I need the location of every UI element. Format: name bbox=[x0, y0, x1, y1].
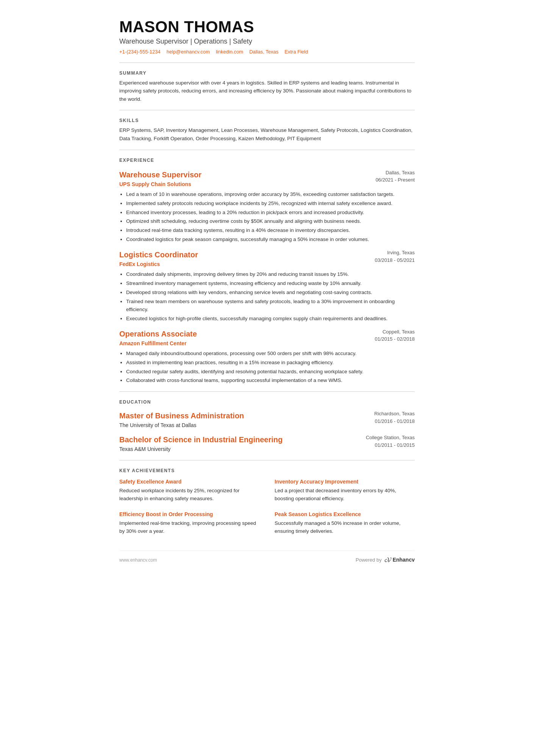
degree-1-location: Richardson, Texas bbox=[374, 410, 415, 418]
job-3-meta: Coppell, Texas 01/2015 - 02/2018 bbox=[375, 328, 415, 343]
degree-1-meta: Richardson, Texas 01/2016 - 01/2018 bbox=[367, 410, 415, 425]
education-divider bbox=[119, 460, 415, 460]
job-3-company: Amazon Fulfillment Center bbox=[119, 340, 197, 347]
header: MASON THOMAS Warehouse Supervisor | Oper… bbox=[119, 18, 415, 56]
job-3-dates: 01/2015 - 02/2018 bbox=[375, 335, 415, 343]
header-divider bbox=[119, 63, 415, 63]
experience-divider bbox=[119, 391, 415, 392]
degree-2-dates: 01/2011 - 01/2015 bbox=[358, 441, 415, 449]
list-item: Conducted regular safety audits, identif… bbox=[126, 368, 415, 376]
summary-text: Experienced warehouse supervisor with ov… bbox=[119, 79, 415, 103]
summary-label: SUMMARY bbox=[119, 70, 415, 77]
job-1-company: UPS Supply Chain Solutions bbox=[119, 180, 201, 188]
job-1-title: Warehouse Supervisor bbox=[119, 169, 201, 180]
job-3-bullets: Managed daily inbound/outbound operation… bbox=[119, 350, 415, 385]
degree-1-dates: 01/2016 - 01/2018 bbox=[367, 418, 415, 425]
list-item: Developed strong relations with key vend… bbox=[126, 289, 415, 297]
achievements-grid: Safety Excellence Award Reduced workplac… bbox=[119, 478, 415, 535]
summary-divider bbox=[119, 110, 415, 110]
achievements-section: KEY ACHIEVEMENTS Safety Excellence Award… bbox=[119, 467, 415, 535]
job-1-bullets: Led a team of 10 in warehouse operations… bbox=[119, 191, 415, 244]
job-2-title-company: Logistics Coordinator FedEx Logistics bbox=[119, 249, 198, 268]
degree-2-header: Bachelor of Science in Industrial Engine… bbox=[119, 434, 415, 453]
job-2-company: FedEx Logistics bbox=[119, 260, 198, 268]
list-item: Executed logistics for high-profile clie… bbox=[126, 315, 415, 323]
list-item: Implemented safety protocols reducing wo… bbox=[126, 200, 415, 208]
job-1-dates: 06/2021 - Present bbox=[376, 176, 415, 184]
job-2-header: Logistics Coordinator FedEx Logistics Ir… bbox=[119, 249, 415, 268]
achievement-4-desc: Successfully managed a 50% increase in o… bbox=[275, 520, 415, 535]
experience-section: EXPERIENCE Warehouse Supervisor UPS Supp… bbox=[119, 157, 415, 385]
logo-icon: 𝓬𝓥 bbox=[384, 555, 391, 565]
job-2-meta: Irving, Texas 03/2018 - 05/2021 bbox=[375, 249, 415, 264]
degree-2-location: College Station, Texas bbox=[366, 434, 415, 441]
achievement-4-title: Peak Season Logistics Excellence bbox=[275, 510, 415, 518]
achievement-2-title: Inventory Accuracy Improvement bbox=[275, 478, 415, 486]
extra-field: Extra Field bbox=[284, 48, 308, 56]
experience-label: EXPERIENCE bbox=[119, 157, 415, 164]
skills-section: SKILLS ERP Systems, SAP, Inventory Manag… bbox=[119, 117, 415, 142]
job-3: Operations Associate Amazon Fulfillment … bbox=[119, 328, 415, 385]
email[interactable]: help@enhancv.com bbox=[167, 48, 210, 56]
job-3-title-company: Operations Associate Amazon Fulfillment … bbox=[119, 328, 197, 347]
achievement-3-desc: Implemented real-time tracking, improvin… bbox=[119, 520, 259, 535]
degree-1-info: Master of Business Administration The Un… bbox=[119, 410, 244, 429]
job-2-bullets: Coordinated daily shipments, improving d… bbox=[119, 271, 415, 323]
skills-label: SKILLS bbox=[119, 117, 415, 124]
job-1: Warehouse Supervisor UPS Supply Chain So… bbox=[119, 169, 415, 244]
degree-2: Bachelor of Science in Industrial Engine… bbox=[119, 434, 415, 453]
candidate-name: MASON THOMAS bbox=[119, 18, 415, 36]
education-label: EDUCATION bbox=[119, 399, 415, 405]
job-2: Logistics Coordinator FedEx Logistics Ir… bbox=[119, 249, 415, 323]
job-1-meta: Dallas, Texas 06/2021 - Present bbox=[376, 169, 415, 184]
job-2-dates: 03/2018 - 05/2021 bbox=[375, 257, 415, 264]
footer-brand: Powered by 𝓬𝓥 Enhancv bbox=[356, 555, 415, 565]
achievement-2-desc: Led a project that decreased inventory e… bbox=[275, 487, 415, 503]
skills-text: ERP Systems, SAP, Inventory Management, … bbox=[119, 126, 415, 142]
powered-by-text: Powered by bbox=[356, 556, 382, 564]
list-item: Led a team of 10 in warehouse operations… bbox=[126, 191, 415, 199]
phone: +1-(234)-555-1234 bbox=[119, 48, 161, 56]
list-item: Coordinated logistics for peak season ca… bbox=[126, 236, 415, 244]
resume-page: MASON THOMAS Warehouse Supervisor | Oper… bbox=[97, 0, 437, 588]
footer-website: www.enhancv.com bbox=[119, 557, 157, 563]
list-item: Introduced real-time data tracking syste… bbox=[126, 227, 415, 235]
candidate-title: Warehouse Supervisor | Operations | Safe… bbox=[119, 36, 415, 47]
page-footer: www.enhancv.com Powered by 𝓬𝓥 Enhancv bbox=[119, 551, 415, 565]
job-1-location: Dallas, Texas bbox=[383, 169, 415, 177]
job-1-title-company: Warehouse Supervisor UPS Supply Chain So… bbox=[119, 169, 201, 188]
degree-2-meta: College Station, Texas 01/2011 - 01/2015 bbox=[358, 434, 415, 449]
job-2-title: Logistics Coordinator bbox=[119, 249, 198, 260]
list-item: Enhanced inventory processes, leading to… bbox=[126, 209, 415, 217]
summary-section: SUMMARY Experienced warehouse supervisor… bbox=[119, 70, 415, 103]
achievement-4: Peak Season Logistics Excellence Success… bbox=[275, 510, 415, 535]
location: Dallas, Texas bbox=[249, 48, 278, 56]
education-section: EDUCATION Master of Business Administrat… bbox=[119, 399, 415, 453]
job-2-location: Irving, Texas bbox=[382, 249, 415, 257]
job-3-header: Operations Associate Amazon Fulfillment … bbox=[119, 328, 415, 347]
job-3-title: Operations Associate bbox=[119, 328, 197, 340]
list-item: Managed daily inbound/outbound operation… bbox=[126, 350, 415, 358]
achievement-1: Safety Excellence Award Reduced workplac… bbox=[119, 478, 259, 503]
linkedin[interactable]: linkedin.com bbox=[216, 48, 243, 56]
achievement-3: Efficiency Boost in Order Processing Imp… bbox=[119, 510, 259, 535]
skills-divider bbox=[119, 150, 415, 150]
degree-2-title: Bachelor of Science in Industrial Engine… bbox=[119, 434, 283, 445]
list-item: Trained new team members on warehouse sy… bbox=[126, 298, 415, 314]
achievement-3-title: Efficiency Boost in Order Processing bbox=[119, 510, 259, 518]
list-item: Coordinated daily shipments, improving d… bbox=[126, 271, 415, 279]
degree-1-school: The University of Texas at Dallas bbox=[119, 421, 244, 429]
list-item: Streamlined inventory management systems… bbox=[126, 280, 415, 288]
degree-1-title: Master of Business Administration bbox=[119, 410, 244, 421]
enhancv-logo: 𝓬𝓥 Enhancv bbox=[384, 555, 415, 565]
degree-1: Master of Business Administration The Un… bbox=[119, 410, 415, 429]
achievement-1-title: Safety Excellence Award bbox=[119, 478, 259, 486]
job-3-location: Coppell, Texas bbox=[382, 328, 415, 336]
list-item: Assisted in implementing lean practices,… bbox=[126, 359, 415, 367]
list-item: Collaborated with cross-functional teams… bbox=[126, 377, 415, 385]
contact-info: +1-(234)-555-1234 help@enhancv.com linke… bbox=[119, 48, 415, 56]
degree-2-school: Texas A&M University bbox=[119, 445, 283, 453]
job-1-header: Warehouse Supervisor UPS Supply Chain So… bbox=[119, 169, 415, 188]
list-item: Optimized shift scheduling, reducing ove… bbox=[126, 218, 415, 225]
achievement-2: Inventory Accuracy Improvement Led a pro… bbox=[275, 478, 415, 503]
